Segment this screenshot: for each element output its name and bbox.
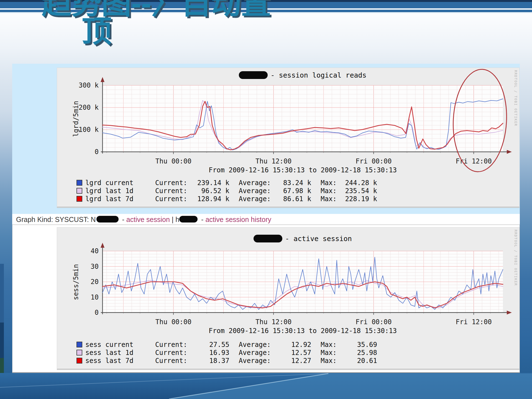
- time-range-caption: From 2009-12-16 15:30:13 to 2009-12-18 1…: [209, 166, 397, 174]
- redaction-blob: [179, 216, 198, 222]
- legend-stat-label: Max:: [321, 187, 337, 195]
- y-tick-label: 30: [91, 263, 99, 270]
- legend-row: lgrd last 7dCurrent:128.94 kAverage:86.6…: [76, 195, 377, 203]
- y-tick-label: 0: [95, 148, 99, 156]
- legend-swatch: [76, 188, 82, 194]
- legend-stat-value: 16.93: [187, 349, 229, 357]
- legend-stat-label: Current:: [155, 349, 187, 357]
- legend-stat-value: 18.37: [187, 357, 229, 365]
- x-tick-label: Thu 12:00: [255, 157, 291, 165]
- left-edge-strip: [0, 264, 4, 323]
- legend: lgrd currentCurrent:239.14 kAverage:83.2…: [76, 179, 377, 203]
- legend-stat-label: Max:: [321, 357, 337, 365]
- graph-kind-bar: Graph Kind: SYSCUST: N - active session …: [12, 214, 520, 225]
- x-tick-label: Fri 12:00: [456, 318, 492, 326]
- legend: sess currentCurrent:27.55Average:12.92Ma…: [76, 341, 377, 365]
- y-tick-label: 10: [91, 293, 99, 301]
- x-tick-label: Fri 00:00: [355, 157, 392, 165]
- legend-stat-label: Current:: [155, 179, 187, 187]
- legend-swatch: [76, 342, 82, 347]
- slide-title-line1: 趋势图--〉自动置: [42, 0, 271, 18]
- x-tick-label: Fri 12:00: [456, 157, 492, 165]
- legend-stat-value: 35.69: [337, 341, 377, 349]
- legend-series-name: sess current: [85, 341, 155, 349]
- legend-stat-label: Max:: [321, 179, 337, 187]
- legend-stat-value: 83.24 k: [271, 179, 311, 187]
- legend-series-name: sess last 1d: [85, 349, 155, 357]
- legend-row: sess last 1dCurrent:16.93Average:12.57Ma…: [76, 349, 377, 357]
- y-tick-label: 40: [91, 247, 99, 255]
- x-tick-label: Thu 00:00: [155, 318, 191, 326]
- legend-swatch: [76, 350, 82, 355]
- legend-swatch: [76, 358, 82, 364]
- legend-stat-label: Average:: [239, 195, 271, 203]
- y-tick-label: 100 k: [79, 126, 99, 134]
- bottom-decoration: [0, 373, 532, 399]
- legend-stat-value: 25.98: [337, 349, 377, 357]
- legend-stat-label: Max:: [321, 349, 337, 357]
- y-tick-label: 300 k: [79, 81, 99, 89]
- x-tick-label: Thu 00:00: [155, 157, 191, 165]
- legend-stat-value: 239.14 k: [187, 179, 229, 187]
- slide: 趋势图--〉自动置 顶 Graph Kind: SYSCUST: N - act…: [0, 0, 532, 399]
- y-tick-label: 20: [91, 278, 99, 286]
- legend-stat-label: Current:: [155, 357, 187, 365]
- active-session-link[interactable]: active session: [126, 216, 170, 223]
- left-edge-strip-dark: [0, 323, 4, 358]
- redaction-blob: [96, 216, 119, 222]
- legend-series-name: lgrd last 7d: [85, 195, 155, 203]
- legend-stat-value: 244.28 k: [337, 179, 377, 187]
- legend-row: sess last 7dCurrent:18.37Average:12.27Ma…: [76, 357, 377, 365]
- legend-series-name: sess last 7d: [85, 357, 155, 365]
- separator-dash: -: [120, 216, 126, 223]
- x-tick-label: Thu 12:00: [255, 318, 291, 326]
- legend-stat-value: 96.52 k: [187, 187, 229, 195]
- legend-series-name: lgrd current: [85, 179, 155, 187]
- y-tick-label: 200 k: [79, 104, 99, 111]
- rrd-graph-session-logical-reads: - session logical reads lgrd/5min 300 k2…: [57, 68, 520, 208]
- separator-dash: -: [199, 216, 205, 223]
- divider: | h: [170, 216, 179, 223]
- legend-stat-value: 20.61: [337, 357, 377, 365]
- legend-stat-label: Current:: [155, 341, 187, 349]
- legend-swatch: [76, 196, 82, 202]
- bottom-swash: [0, 373, 532, 399]
- legend-stat-label: Average:: [239, 341, 271, 349]
- legend-stat-value: 12.92: [271, 341, 311, 349]
- rrd-graph-active-session: - active session sess/5min 403020100Thu …: [57, 227, 520, 370]
- legend-stat-label: Average:: [239, 179, 271, 187]
- y-tick-label: 0: [95, 309, 99, 316]
- active-session-history-link[interactable]: active session history: [205, 216, 271, 223]
- legend-stat-value: 27.55: [187, 341, 229, 349]
- legend-series-name: lgrd last 1d: [85, 187, 155, 195]
- legend-stat-value: 228.19 k: [337, 195, 377, 203]
- legend-row: lgrd last 1dCurrent:96.52 kAverage:67.98…: [76, 187, 377, 195]
- legend-stat-label: Current:: [155, 187, 187, 195]
- legend-row: sess currentCurrent:27.55Average:12.92Ma…: [76, 341, 377, 349]
- legend-stat-label: Max:: [321, 341, 337, 349]
- legend-stat-label: Max:: [321, 195, 337, 203]
- left-edge-strip-green: [0, 358, 4, 374]
- legend-stat-value: 235.54 k: [337, 187, 377, 195]
- legend-stat-label: Average:: [239, 187, 271, 195]
- rrdtool-watermark: RRDTOOL / TOBI OETIKER: [514, 230, 518, 286]
- time-range-caption: From 2009-12-16 15:30:13 to 2009-12-18 1…: [209, 327, 397, 335]
- legend-stat-value: 67.98 k: [271, 187, 311, 195]
- legend-stat-label: Average:: [239, 357, 271, 365]
- legend-stat-value: 86.61 k: [271, 195, 311, 203]
- x-tick-label: Fri 00:00: [355, 318, 392, 326]
- legend-stat-label: Average:: [239, 349, 271, 357]
- slide-title-line2: 顶: [82, 17, 112, 47]
- graph-kind-prefix: Graph Kind: SYSCUST: N: [16, 216, 96, 223]
- legend-stat-label: Current:: [155, 195, 187, 203]
- legend-swatch: [76, 180, 82, 186]
- legend-stat-value: 12.57: [271, 349, 311, 357]
- legend-stat-value: 128.94 k: [187, 195, 229, 203]
- legend-stat-value: 12.27: [271, 357, 311, 365]
- legend-row: lgrd currentCurrent:239.14 kAverage:83.2…: [76, 179, 377, 187]
- rrdtool-watermark: RRDTOOL / TOBI OETIKER: [514, 70, 518, 126]
